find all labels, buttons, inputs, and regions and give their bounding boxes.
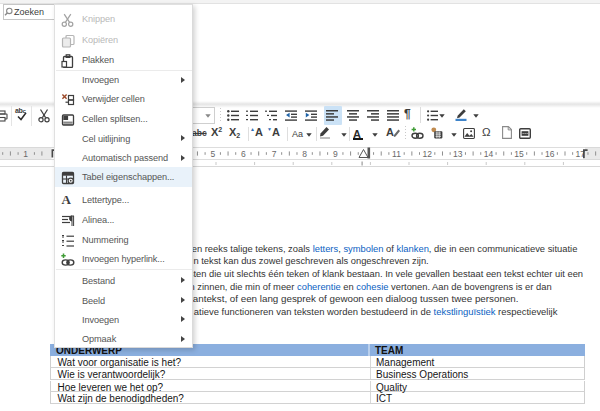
svg-text:16: 16 xyxy=(545,149,555,159)
svg-text:14: 14 xyxy=(484,149,494,159)
svg-text:9: 9 xyxy=(333,149,338,159)
svg-text:8: 8 xyxy=(302,149,307,159)
svg-text:1: 1 xyxy=(23,149,28,159)
svg-text:11: 11 xyxy=(392,149,401,159)
svg-text:13: 13 xyxy=(453,149,463,159)
svg-text:7: 7 xyxy=(272,149,277,159)
svg-text:15: 15 xyxy=(514,149,524,159)
svg-text:6: 6 xyxy=(241,149,246,159)
svg-text:12: 12 xyxy=(422,149,432,159)
svg-text:5: 5 xyxy=(210,149,215,159)
